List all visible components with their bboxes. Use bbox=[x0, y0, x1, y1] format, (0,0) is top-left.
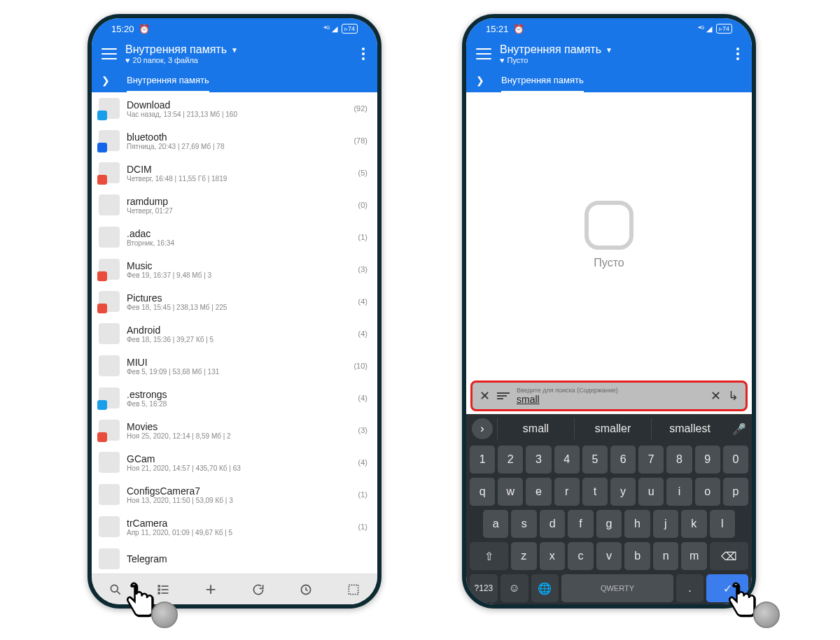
mic-button[interactable]: 🎤 bbox=[732, 422, 746, 436]
key-f[interactable]: f bbox=[568, 510, 593, 538]
enter-key[interactable]: ✓ bbox=[706, 574, 748, 602]
folder-row[interactable]: ConfigsCamera7 Ноя 13, 2020, 11:50 | 53,… bbox=[92, 478, 377, 511]
folder-row[interactable]: trCamera Апр 11, 2020, 01:09 | 49,67 Кб … bbox=[92, 511, 377, 543]
expand-icon[interactable]: ❯ bbox=[102, 75, 110, 86]
expand-icon[interactable]: ❯ bbox=[476, 75, 484, 86]
key-x[interactable]: x bbox=[540, 542, 566, 570]
key-c[interactable]: c bbox=[568, 542, 594, 570]
history-button[interactable] bbox=[296, 580, 316, 599]
app-title[interactable]: Внутренняя память bbox=[500, 43, 601, 56]
key-m[interactable]: m bbox=[681, 542, 707, 570]
folder-name: Download bbox=[127, 99, 354, 111]
folder-row[interactable]: Telegram bbox=[92, 543, 377, 574]
svg-rect-2 bbox=[158, 585, 160, 587]
view-button[interactable] bbox=[153, 580, 173, 599]
key-t[interactable]: t bbox=[582, 478, 608, 506]
clear-search-button[interactable]: ✕ bbox=[710, 388, 721, 404]
key-k[interactable]: k bbox=[681, 510, 706, 538]
suggestion-3[interactable]: smallest bbox=[651, 418, 728, 439]
language-key[interactable]: 🌐 bbox=[531, 574, 559, 602]
key-s[interactable]: s bbox=[511, 510, 536, 538]
key-h[interactable]: h bbox=[624, 510, 650, 538]
key-b[interactable]: b bbox=[624, 542, 650, 570]
key-g[interactable]: g bbox=[596, 510, 622, 538]
chevron-down-icon[interactable]: ▼ bbox=[606, 46, 612, 54]
folder-meta: Пятница, 20:43 | 27,69 Мб | 78 bbox=[127, 143, 354, 150]
backspace-key[interactable]: ⌫ bbox=[710, 542, 748, 570]
folder-meta: Четверг, 01:27 bbox=[127, 207, 358, 215]
key-l[interactable]: l bbox=[710, 510, 735, 538]
key-4[interactable]: 4 bbox=[554, 446, 580, 474]
folder-row[interactable]: Download Час назад, 13:54 | 213,13 Мб | … bbox=[92, 92, 377, 125]
overflow-menu-button[interactable] bbox=[734, 45, 742, 63]
search-input[interactable]: Введите для поиска (Содержание) small bbox=[517, 387, 704, 405]
signal-icon: ⁴ᴳ ◢ bbox=[698, 24, 712, 34]
key-v[interactable]: v bbox=[596, 542, 622, 570]
folder-row[interactable]: MIUI Фев 5, 19:09 | 53,68 Мб | 131 (10) bbox=[92, 350, 377, 382]
key-n[interactable]: n bbox=[653, 542, 679, 570]
folder-row[interactable]: Movies Ноя 25, 2020, 12:14 | 8,59 Мб | 2… bbox=[92, 414, 377, 446]
suggestion-1[interactable]: small bbox=[497, 418, 574, 439]
folder-row[interactable]: GCam Ноя 21, 2020, 14:57 | 435,70 Кб | 6… bbox=[92, 446, 377, 478]
folder-row[interactable]: Pictures Фев 18, 15:45 | 238,13 Мб | 225… bbox=[92, 285, 377, 318]
key-3[interactable]: 3 bbox=[526, 446, 551, 474]
key-0[interactable]: 0 bbox=[723, 446, 748, 474]
key-6[interactable]: 6 bbox=[610, 446, 636, 474]
key-2[interactable]: 2 bbox=[498, 446, 523, 474]
overflow-menu-button[interactable] bbox=[359, 45, 368, 63]
tab-internal-storage[interactable]: Внутренняя память bbox=[501, 69, 584, 92]
key-1[interactable]: 1 bbox=[470, 446, 495, 474]
symbols-key[interactable]: ?123 bbox=[470, 574, 498, 602]
key-o[interactable]: o bbox=[695, 478, 720, 506]
folder-row[interactable]: DCIM Четверг, 16:48 | 11,55 Гб | 1819 (5… bbox=[92, 157, 377, 189]
key-u[interactable]: u bbox=[638, 478, 664, 506]
chevron-down-icon[interactable]: ▼ bbox=[231, 46, 238, 54]
expand-suggestions-button[interactable]: › bbox=[472, 418, 493, 439]
search-button[interactable] bbox=[106, 580, 125, 599]
folder-meta: Вторник, 16:34 bbox=[127, 239, 358, 247]
key-j[interactable]: j bbox=[653, 510, 678, 538]
folder-row[interactable]: Android Фев 18, 15:36 | 39,27 Кб | 5 (4) bbox=[92, 318, 377, 350]
shift-key[interactable]: ⇧ bbox=[470, 542, 508, 570]
folder-icon bbox=[99, 291, 120, 312]
folder-row[interactable]: .estrongs Фев 5, 16:28 (4) bbox=[92, 382, 377, 414]
key-e[interactable]: e bbox=[526, 478, 551, 506]
refresh-button[interactable] bbox=[248, 580, 268, 599]
file-list[interactable]: Download Час назад, 13:54 | 213,13 Мб | … bbox=[92, 92, 377, 574]
search-submit-button[interactable]: ↳ bbox=[728, 388, 738, 404]
key-p[interactable]: p bbox=[723, 478, 748, 506]
folder-meta: Фев 5, 19:09 | 53,68 Мб | 131 bbox=[127, 368, 354, 376]
key-7[interactable]: 7 bbox=[638, 446, 664, 474]
tab-internal-storage[interactable]: Внутренняя память bbox=[127, 69, 209, 92]
folder-row[interactable]: .adac Вторник, 16:34 (1) bbox=[92, 221, 377, 253]
menu-button[interactable] bbox=[102, 48, 117, 59]
emoji-key[interactable]: ☺ bbox=[500, 574, 528, 602]
folder-count: (10) bbox=[354, 362, 368, 370]
key-r[interactable]: r bbox=[554, 478, 580, 506]
select-button[interactable] bbox=[344, 580, 363, 599]
key-y[interactable]: y bbox=[610, 478, 636, 506]
key-i[interactable]: i bbox=[666, 478, 692, 506]
key-w[interactable]: w bbox=[498, 478, 523, 506]
suggestion-2[interactable]: smaller bbox=[574, 418, 651, 439]
close-search-button[interactable]: ✕ bbox=[479, 388, 490, 404]
space-key[interactable]: QWERTY bbox=[561, 574, 673, 602]
folder-icon bbox=[99, 452, 120, 473]
key-z[interactable]: z bbox=[511, 542, 537, 570]
key-5[interactable]: 5 bbox=[582, 446, 608, 474]
folder-row[interactable]: Music Фев 19, 16:37 | 9,48 Мб | 3 (3) bbox=[92, 253, 377, 285]
period-key[interactable]: . bbox=[676, 574, 704, 602]
add-button[interactable]: + bbox=[201, 580, 220, 599]
heart-icon: ♥ bbox=[125, 56, 130, 64]
key-q[interactable]: q bbox=[470, 478, 495, 506]
folder-row[interactable]: ramdump Четверг, 01:27 (0) bbox=[92, 189, 377, 221]
content-filter-icon[interactable] bbox=[497, 392, 510, 399]
folder-row[interactable]: bluetooth Пятница, 20:43 | 27,69 Мб | 78… bbox=[92, 125, 377, 157]
folder-name: MIUI bbox=[127, 357, 354, 368]
key-9[interactable]: 9 bbox=[695, 446, 720, 474]
key-a[interactable]: a bbox=[483, 510, 508, 538]
menu-button[interactable] bbox=[476, 48, 491, 59]
key-d[interactable]: d bbox=[540, 510, 565, 538]
app-title[interactable]: Внутренняя память bbox=[125, 43, 227, 56]
key-8[interactable]: 8 bbox=[666, 446, 692, 474]
